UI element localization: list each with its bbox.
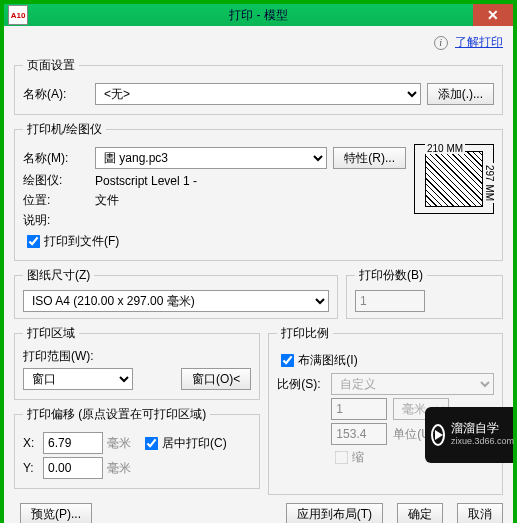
paper-preview: 210 MM 297 MM: [414, 144, 494, 214]
description-label: 说明:: [23, 212, 95, 229]
papersize-group: 图纸尺寸(Z) ISO A4 (210.00 x 297.00 毫米): [14, 267, 338, 319]
scale-lineweights-label: 缩: [352, 449, 364, 466]
scale-ratio-label: 比例(S):: [277, 376, 331, 393]
printer-name-label: 名称(M):: [23, 150, 95, 167]
location-value: 文件: [95, 192, 119, 209]
offset-x-input[interactable]: [43, 432, 103, 454]
printer-name-select[interactable]: 圕 yang.pc3: [95, 147, 327, 169]
dialog-footer: 预览(P)... 应用到布局(T) 确定 取消: [4, 499, 513, 523]
cancel-button[interactable]: 取消: [457, 503, 503, 523]
plot-range-label: 打印范围(W):: [23, 348, 251, 365]
print-to-file-checkbox[interactable]: [27, 235, 41, 249]
plot-window-button[interactable]: 窗口(O)<: [181, 368, 251, 390]
pagesetup-name-label: 名称(A):: [23, 86, 95, 103]
page-setup-group: 页面设置 名称(A): <无> 添加(.)...: [14, 57, 503, 115]
play-icon: [431, 424, 445, 446]
learn-print-link[interactable]: 了解打印: [455, 35, 503, 49]
offset-y-label: Y:: [23, 461, 43, 475]
fit-to-paper-label: 布满图纸(I): [298, 352, 357, 369]
plotter-value: Postscript Level 1 -: [95, 174, 197, 188]
copies-group: 打印份数(B): [346, 267, 503, 319]
scale-denom-input[interactable]: [331, 423, 387, 445]
titlebar: A10 打印 - 模型 ✕: [4, 4, 513, 26]
dialog-body: i 了解打印 页面设置 名称(A): <无> 添加(.)... 打印机/绘图仪 …: [4, 26, 513, 499]
fit-to-paper-checkbox[interactable]: [281, 354, 295, 368]
scale-num-input[interactable]: [331, 398, 387, 420]
scale-lineweights-checkbox[interactable]: [335, 451, 349, 465]
watermark-text: 溜溜自学 zixue.3d66.com: [451, 422, 514, 448]
offset-x-label: X:: [23, 436, 43, 450]
offset-x-unit: 毫米: [107, 435, 141, 452]
watermark-overlay: 溜溜自学 zixue.3d66.com: [425, 407, 513, 463]
plotarea-legend: 打印区域: [23, 325, 79, 342]
print-dialog: A10 打印 - 模型 ✕ i 了解打印 页面设置 名称(A): <无> 添加(…: [4, 4, 513, 519]
offset-y-unit: 毫米: [107, 460, 141, 477]
window-title: 打印 - 模型: [229, 7, 288, 24]
app-icon: A10: [8, 5, 28, 25]
plot-range-select[interactable]: 窗口: [23, 368, 133, 390]
printer-group: 打印机/绘图仪 名称(M): 圕 yang.pc3 特性(R)... 绘图仪: …: [14, 121, 503, 261]
papersize-select[interactable]: ISO A4 (210.00 x 297.00 毫米): [23, 290, 329, 312]
pagesetup-name-select[interactable]: <无>: [95, 83, 421, 105]
scale-ratio-select[interactable]: 自定义: [331, 373, 494, 395]
apply-layout-button[interactable]: 应用到布局(T): [286, 503, 383, 523]
copies-input[interactable]: [355, 290, 425, 312]
plotter-label: 绘图仪:: [23, 172, 95, 189]
location-label: 位置:: [23, 192, 95, 209]
preview-button[interactable]: 预览(P)...: [20, 503, 92, 523]
pagesetup-add-button[interactable]: 添加(.)...: [427, 83, 494, 105]
center-plot-checkbox[interactable]: [145, 436, 159, 450]
papersize-legend: 图纸尺寸(Z): [23, 267, 94, 284]
close-button[interactable]: ✕: [473, 4, 513, 26]
copies-legend: 打印份数(B): [355, 267, 427, 284]
paper-width-label: 210 MM: [425, 143, 465, 154]
page-setup-legend: 页面设置: [23, 57, 79, 74]
info-icon: i: [434, 36, 448, 50]
offset-group: 打印偏移 (原点设置在可打印区域) X: 毫米 居中打印(C) Y: 毫米: [14, 406, 260, 489]
paper-height-label: 297 MM: [484, 163, 495, 203]
scale-legend: 打印比例: [277, 325, 333, 342]
paper-hatch-icon: [425, 151, 483, 207]
print-to-file-label: 打印到文件(F): [44, 233, 119, 250]
offset-y-input[interactable]: [43, 457, 103, 479]
plotarea-group: 打印区域 打印范围(W): 窗口 窗口(O)<: [14, 325, 260, 400]
help-link-row: i 了解打印: [14, 32, 503, 57]
offset-legend: 打印偏移 (原点设置在可打印区域): [23, 406, 210, 423]
printer-legend: 打印机/绘图仪: [23, 121, 106, 138]
ok-button[interactable]: 确定: [397, 503, 443, 523]
printer-properties-button[interactable]: 特性(R)...: [333, 147, 406, 169]
center-plot-label: 居中打印(C): [162, 435, 227, 452]
